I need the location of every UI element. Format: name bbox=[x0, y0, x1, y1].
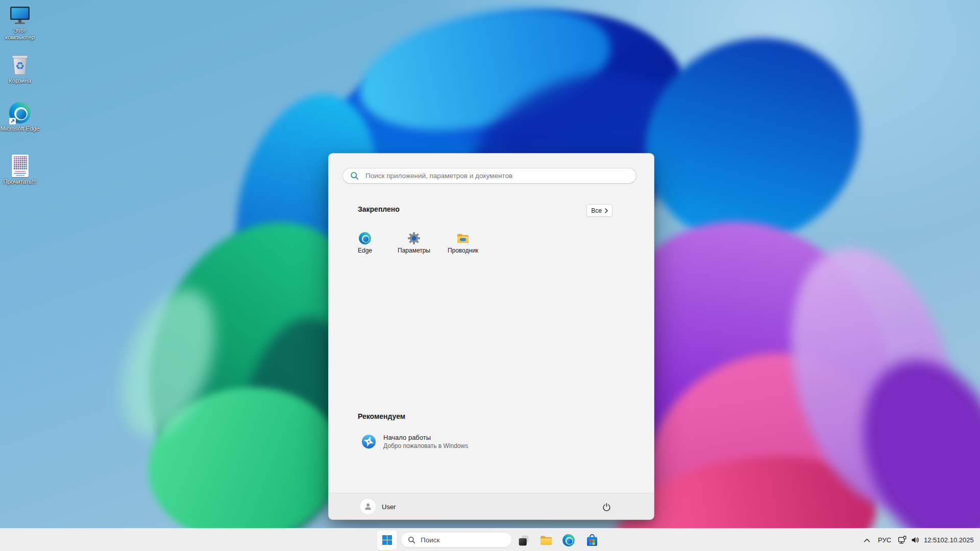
desktop-icon-label: Прочитать!!! bbox=[0, 179, 40, 185]
desktop-icon-edge[interactable]: Microsoft Edge bbox=[0, 101, 40, 132]
pinned-section-title: Закреплено bbox=[358, 205, 400, 213]
edge-icon bbox=[562, 534, 575, 547]
microsoft-store-icon bbox=[585, 534, 599, 547]
get-started-icon bbox=[361, 434, 376, 449]
start-menu-footer: User bbox=[329, 493, 654, 519]
clock[interactable]: 12:51 02.10.2025 bbox=[922, 531, 976, 549]
network-volume-button[interactable] bbox=[895, 531, 922, 549]
search-icon bbox=[408, 536, 415, 544]
this-pc-icon bbox=[8, 3, 32, 27]
desktop-icon-readme[interactable]: Прочитать!!! bbox=[0, 154, 40, 185]
language-indicator[interactable]: РУС bbox=[874, 531, 895, 549]
tray-chevron-button[interactable] bbox=[860, 531, 874, 549]
store-button[interactable] bbox=[582, 530, 602, 550]
desktop: Этот компьютер ♻ Корзина bbox=[0, 0, 980, 551]
desktop-icon-this-pc[interactable]: Этот компьютер bbox=[0, 3, 40, 41]
svg-text:♻: ♻ bbox=[15, 60, 24, 72]
task-view-icon bbox=[518, 534, 530, 546]
recommended-item-title: Начало работы bbox=[383, 434, 468, 441]
user-name-label: User bbox=[382, 503, 396, 511]
network-icon bbox=[897, 535, 907, 545]
chevron-right-icon bbox=[605, 208, 608, 213]
notification-button[interactable]: z bbox=[976, 531, 980, 549]
power-icon bbox=[602, 502, 611, 512]
start-menu: Закреплено Все Edge bbox=[328, 153, 654, 520]
pinned-app-explorer[interactable]: Проводник bbox=[438, 229, 487, 260]
settings-gear-icon bbox=[407, 232, 421, 245]
all-apps-button[interactable]: Все bbox=[586, 204, 612, 217]
pinned-grid: Edge bbox=[340, 229, 487, 260]
folder-icon bbox=[456, 232, 470, 245]
recommended-item-text: Начало работы Добро пожаловать в Windows bbox=[383, 434, 468, 449]
shortcut-arrow-icon bbox=[9, 118, 16, 124]
readme-qr-icon bbox=[8, 154, 32, 178]
desktop-icon-label: Этот компьютер bbox=[0, 28, 40, 41]
pinned-app-settings[interactable]: Параметры bbox=[389, 229, 438, 260]
all-apps-label: Все bbox=[591, 207, 602, 214]
pinned-app-label: Edge bbox=[358, 247, 372, 254]
pinned-app-edge[interactable]: Edge bbox=[340, 229, 389, 260]
task-view-button[interactable] bbox=[513, 530, 534, 550]
chevron-up-icon bbox=[864, 538, 870, 542]
file-explorer-icon bbox=[540, 534, 553, 547]
user-avatar-icon bbox=[360, 499, 376, 514]
pinned-app-label: Параметры bbox=[398, 247, 430, 254]
start-search bbox=[342, 168, 636, 184]
clock-time: 12:51 bbox=[924, 536, 941, 544]
system-tray: РУС 12:51 02.10.2025 bbox=[860, 529, 980, 551]
power-button[interactable] bbox=[597, 497, 616, 516]
pinned-app-label: Проводник bbox=[448, 247, 478, 254]
user-profile-button[interactable]: User bbox=[355, 497, 401, 516]
desktop-icon-label: Корзина bbox=[0, 78, 40, 84]
windows-logo-icon bbox=[382, 535, 392, 545]
start-search-input[interactable] bbox=[342, 168, 636, 184]
desktop-icon-recycle-bin[interactable]: ♻ Корзина bbox=[0, 53, 40, 84]
clock-date: 02.10.2025 bbox=[941, 536, 974, 544]
recycle-bin-icon: ♻ bbox=[8, 53, 32, 77]
recommended-item-subtitle: Добро пожаловать в Windows bbox=[383, 442, 468, 449]
recommended-section-title: Рекомендуем bbox=[358, 412, 405, 420]
taskbar: Поиск bbox=[0, 528, 980, 551]
start-button[interactable] bbox=[377, 530, 397, 550]
volume-icon bbox=[911, 535, 920, 545]
file-explorer-button[interactable] bbox=[536, 530, 556, 550]
edge-icon bbox=[358, 232, 372, 245]
taskbar-search[interactable]: Поиск bbox=[401, 532, 512, 547]
search-icon bbox=[350, 171, 359, 180]
edge-icon bbox=[8, 101, 32, 124]
edge-button[interactable] bbox=[558, 530, 579, 550]
taskbar-search-label: Поиск bbox=[421, 536, 439, 544]
desktop-icon-label: Microsoft Edge bbox=[0, 126, 40, 132]
recommended-item-get-started[interactable]: Начало работы Добро пожаловать в Windows bbox=[351, 430, 504, 453]
